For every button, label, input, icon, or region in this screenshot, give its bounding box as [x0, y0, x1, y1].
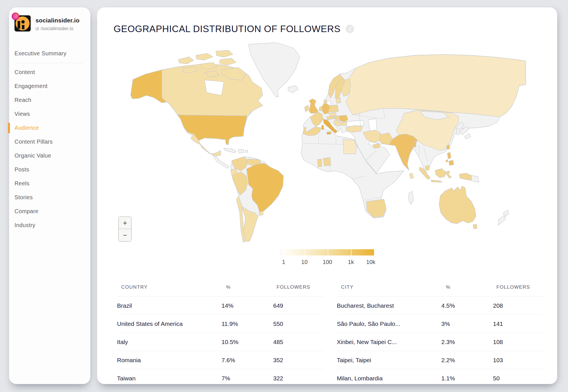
- legend-tick: 100: [323, 259, 332, 265]
- profile-brand: socialinsider.io /socialinsider.io: [14, 15, 80, 32]
- table-row: Italy10.5%485: [117, 333, 324, 351]
- legend-separator: [305, 249, 305, 255]
- sidebar-item-audience[interactable]: Audience: [9, 121, 90, 135]
- map-zoom-out-button[interactable]: −: [119, 229, 131, 241]
- map-region-nigeria: [323, 158, 331, 166]
- logo-mark: [21, 20, 25, 24]
- table-cell: 50: [493, 369, 544, 384]
- map-region-japan3: [465, 133, 471, 139]
- map-region-usa: [177, 115, 247, 145]
- map-region-newguinea-west: [459, 173, 471, 181]
- table-row: Taipei, Taipei2.2%103: [337, 351, 544, 369]
- map-region-ireland: [304, 105, 309, 112]
- sidebar-divider: [16, 63, 83, 63]
- column-header: FOLLOWERS: [493, 280, 544, 297]
- column-header: FOLLOWERS: [273, 280, 324, 297]
- column-header: COUNTRY: [117, 280, 222, 297]
- table-row: Taiwan7%322: [117, 369, 324, 384]
- map-legend: 1101001k10k: [281, 249, 374, 266]
- table-cell: Taipei, Taipei: [337, 351, 441, 369]
- sidebar: socialinsider.io /socialinsider.io Execu…: [9, 7, 90, 384]
- map-region-hispaniola: [238, 149, 244, 153]
- table-cell: 2.2%: [441, 351, 493, 369]
- map-region-tasmania: [473, 224, 477, 229]
- map-zoom-controls: + −: [118, 217, 131, 242]
- map-region-philippines3: [446, 160, 448, 162]
- sidebar-item-reach[interactable]: Reach: [9, 93, 90, 107]
- section-header: GEOGRAPHICAL DISTRIBUTION OF FOLLOWERS i: [114, 24, 354, 34]
- map-region-egypt: [343, 139, 357, 154]
- sidebar-item-label: Audience: [14, 125, 39, 131]
- map-region-sicily: [327, 132, 331, 135]
- sidebar-item-label: Content Pillars: [14, 139, 53, 145]
- map-region-philippines1: [447, 152, 451, 159]
- legend-separator: [328, 249, 328, 255]
- profile-handle: /socialinsider.io: [41, 26, 73, 32]
- avatar: [14, 15, 31, 32]
- table-cell: Brazil: [117, 297, 222, 315]
- sidebar-item-reels[interactable]: Reels: [9, 177, 90, 190]
- map-region-sulawesi: [446, 171, 452, 178]
- table-cell: Xinbei, New Taipei C...: [337, 333, 441, 351]
- sidebar-item-label: Organic Value: [14, 152, 51, 159]
- map-region-denmark: [324, 100, 327, 103]
- sidebar-item-label: Industry: [14, 222, 36, 229]
- legend-tick: 10: [301, 259, 308, 265]
- map-region-uk: [309, 99, 318, 114]
- instagram-badge-icon: [12, 12, 19, 20]
- table-cell: 649: [273, 297, 324, 315]
- table-cell: 352: [273, 351, 324, 369]
- sidebar-item-label: Stories: [14, 194, 33, 201]
- map-zoom-in-button[interactable]: +: [119, 217, 131, 229]
- map-region-puertorico: [245, 150, 248, 152]
- legend-tick: 1: [282, 259, 285, 265]
- sidebar-item-content-pillars[interactable]: Content Pillars: [9, 135, 90, 149]
- sidebar-nav: Executive SummaryContentEngagementReachV…: [9, 47, 90, 232]
- logo-mark: [18, 21, 20, 29]
- brand-text: socialinsider.io /socialinsider.io: [36, 15, 80, 32]
- info-icon[interactable]: i: [346, 25, 354, 33]
- map-region-arctic2: [196, 53, 213, 60]
- table-cell: 208: [493, 297, 544, 315]
- table-cell: 141: [493, 315, 544, 333]
- sidebar-item-posts[interactable]: Posts: [9, 163, 90, 177]
- sidebar-item-views[interactable]: Views: [9, 107, 90, 121]
- page-title: GEOGRAPHICAL DISTRIBUTION OF FOLLOWERS: [114, 24, 341, 34]
- sidebar-item-organic-value[interactable]: Organic Value: [9, 149, 90, 163]
- table-cell: 3%: [441, 315, 493, 333]
- sidebar-item-engagement[interactable]: Engagement: [9, 79, 90, 93]
- map-region-srilanka: [410, 173, 414, 179]
- table-row: Xinbei, New Taipei C...2.3%108: [337, 333, 544, 351]
- sidebar-item-label: Content: [14, 69, 35, 76]
- map-region-cuba: [224, 148, 236, 153]
- sidebar-item-label: Engagement: [14, 83, 47, 89]
- table-cell: 485: [273, 333, 324, 351]
- sidebar-item-executive-summary[interactable]: Executive Summary: [9, 47, 90, 60]
- sidebar-item-industry[interactable]: Industry: [9, 218, 90, 232]
- city-table: CITY%FOLLOWERSBucharest, Bucharest4.5%20…: [337, 280, 544, 384]
- map-region-poland: [329, 105, 339, 112]
- table-row: Bucharest, Bucharest4.5%208: [337, 297, 544, 315]
- active-indicator: [8, 123, 10, 133]
- map-region-portugal: [303, 127, 306, 135]
- column-header: %: [441, 280, 493, 297]
- sidebar-item-content[interactable]: Content: [9, 65, 90, 79]
- country-table: COUNTRY%FOLLOWERSBrazil14%649United Stat…: [117, 280, 324, 384]
- table-cell: 322: [273, 369, 324, 384]
- table-cell: 1.1%: [441, 369, 493, 384]
- map-region-baltics: [336, 98, 341, 103]
- map-region-india: [389, 134, 417, 170]
- sidebar-item-compare[interactable]: Compare: [9, 204, 90, 218]
- world-map[interactable]: [119, 43, 529, 245]
- legend-ticks: 1101001k10k: [281, 259, 374, 266]
- column-header: CITY: [337, 280, 441, 297]
- table-row: United States of America11.9%550: [117, 315, 324, 333]
- legend-tick: 10k: [366, 259, 375, 265]
- table-row: Brazil14%649: [117, 297, 324, 315]
- sidebar-item-stories[interactable]: Stories: [9, 190, 90, 204]
- profile-handle-row: /socialinsider.io: [36, 26, 80, 32]
- table-cell: 2.3%: [441, 333, 493, 351]
- table-cell: Bucharest, Bucharest: [337, 297, 441, 315]
- map-region-arctic6: [219, 58, 236, 65]
- legend-gradient-bar: [281, 249, 374, 255]
